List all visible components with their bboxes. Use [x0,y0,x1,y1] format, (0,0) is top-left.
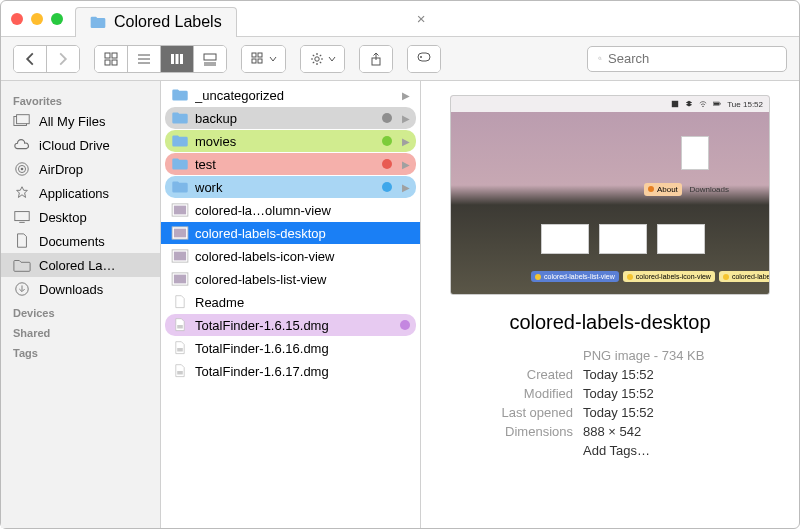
file-row[interactable]: test▶ [165,153,416,175]
sidebar-header: Devices [1,301,160,321]
file-row[interactable]: _uncategorized▶ [165,84,416,106]
chevron-right-icon: ▶ [402,182,410,193]
file-name: TotalFinder-1.6.15.dmg [195,318,394,333]
finder-window: Colored Labels × FavoritesAll My FilesiC… [0,0,800,529]
column-view-button[interactable] [160,46,193,72]
file-row[interactable]: TotalFinder-1.6.16.dmg [165,337,416,359]
sidebar-item-desktop[interactable]: Desktop [1,205,160,229]
zoom-window-button[interactable] [51,13,63,25]
file-row[interactable]: TotalFinder-1.6.15.dmg [165,314,416,336]
dimensions-value: 888 × 542 [583,424,747,439]
modified-label: Modified [473,386,573,401]
file-row[interactable]: colored-labels-desktop [161,222,420,244]
created-value: Today 15:52 [583,367,747,382]
svg-line-22 [313,54,314,55]
svg-rect-48 [177,325,183,329]
svg-line-25 [320,54,321,55]
icon-view-button[interactable] [95,46,127,72]
action-button[interactable] [301,46,344,72]
sidebar-item-label: Desktop [39,210,87,225]
sidebar-item-downloads[interactable]: Downloads [1,277,160,301]
modified-value: Today 15:52 [583,386,747,401]
svg-rect-36 [15,212,29,221]
sidebar-item-icloud[interactable]: iCloud Drive [1,133,160,157]
minimize-window-button[interactable] [31,13,43,25]
sidebar-item-colored-labels[interactable]: Colored La… [1,253,160,277]
tab-title: Colored Labels [114,13,222,31]
content-body: FavoritesAll My FilesiCloud DriveAirDrop… [1,81,799,528]
finder-menubar-icon [671,100,679,108]
svg-rect-0 [105,53,110,58]
file-name: _uncategorized [195,88,392,103]
tab-colored-labels[interactable]: Colored Labels [75,7,237,37]
file-row[interactable]: Readme [165,291,416,313]
sidebar-item-documents[interactable]: Documents [1,229,160,253]
sidebar: FavoritesAll My FilesiCloud DriveAirDrop… [1,81,161,528]
preview-pane: Tue 15:52 About Downloads colored-labels… [421,81,799,528]
sidebar-item-label: iCloud Drive [39,138,110,153]
nav-buttons [13,45,80,73]
svg-point-28 [420,56,422,58]
svg-line-30 [601,59,602,60]
chevron-right-icon: ▶ [402,159,410,170]
file-name: colored-la…olumn-view [195,203,410,218]
sidebar-item-applications[interactable]: Applications [1,181,160,205]
svg-rect-49 [177,348,183,352]
folder-icon [90,15,106,29]
file-name: colored-labels-icon-view [195,249,410,264]
close-window-button[interactable] [11,13,23,25]
svg-point-17 [315,56,319,60]
back-button[interactable] [14,46,46,72]
dimensions-label: Dimensions [473,424,573,439]
file-type: PNG image - 734 KB [583,348,747,363]
chevron-right-icon: ▶ [402,90,410,101]
file-row[interactable]: TotalFinder-1.6.17.dmg [165,360,416,382]
lastopened-label: Last opened [473,405,573,420]
file-row[interactable]: movies▶ [165,130,416,152]
arrange-button[interactable] [242,46,285,72]
sidebar-item-label: All My Files [39,114,105,129]
file-row[interactable]: colored-labels-list-view [165,268,416,290]
forward-button[interactable] [46,46,79,72]
share-button[interactable] [360,46,392,72]
file-name: movies [195,134,376,149]
sidebar-item-all-my-files[interactable]: All My Files [1,109,160,133]
file-row[interactable]: work▶ [165,176,416,198]
svg-rect-54 [714,103,719,105]
svg-rect-16 [258,59,262,63]
preview-thumbnail: Tue 15:52 About Downloads colored-labels… [450,95,770,295]
search-input[interactable] [608,51,776,66]
file-column: _uncategorized▶backup▶movies▶test▶work▶c… [161,81,421,528]
list-view-button[interactable] [127,46,160,72]
sidebar-item-airdrop[interactable]: AirDrop [1,157,160,181]
preview-metadata: PNG image - 734 KB CreatedToday 15:52 Mo… [443,348,777,458]
svg-point-35 [21,168,24,171]
tag-dot [382,136,392,146]
search-field[interactable] [587,46,787,72]
toolbar [1,37,799,81]
tags-button[interactable] [408,46,440,72]
sidebar-header: Shared [1,321,160,341]
file-row[interactable]: colored-labels-icon-view [165,245,416,267]
svg-rect-47 [174,275,186,284]
sidebar-item-label: Colored La… [39,258,116,273]
file-name: colored-labels-desktop [195,226,410,241]
svg-rect-9 [180,54,183,64]
titlebar: Colored Labels × [1,1,799,37]
battery-icon [713,100,721,108]
svg-rect-1 [112,53,117,58]
file-row[interactable]: colored-la…olumn-view [165,199,416,221]
tag-icon [416,52,432,66]
coverflow-view-button[interactable] [193,46,226,72]
svg-rect-10 [204,54,216,60]
lastopened-value: Today 15:52 [583,405,747,420]
view-mode-buttons [94,45,227,73]
svg-rect-32 [17,115,30,124]
add-tags-button[interactable]: Add Tags… [583,443,747,458]
file-name: backup [195,111,376,126]
svg-rect-15 [252,59,256,63]
file-row[interactable]: backup▶ [165,107,416,129]
sidebar-header: Tags [1,341,160,361]
file-name: Readme [195,295,410,310]
tab-close-button[interactable]: × [417,10,426,27]
